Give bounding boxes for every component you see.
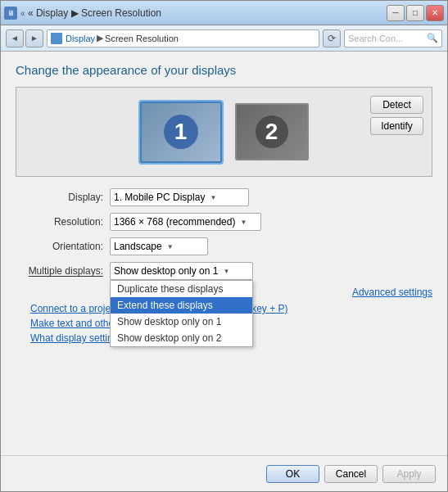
monitor-2-number: 2 bbox=[256, 115, 288, 148]
breadcrumb-display: Display bbox=[66, 34, 95, 43]
breadcrumb-title: « « Display ▶ Screen Resolution bbox=[20, 7, 161, 19]
address-bar: ◄ ► Display ▶ Screen Resolution ⟳ Search… bbox=[1, 25, 447, 52]
resolution-label: Resolution: bbox=[16, 216, 110, 228]
resolution-value: 1366 × 768 (recommended) bbox=[114, 216, 235, 228]
identify-button[interactable]: Identify bbox=[370, 117, 423, 135]
page-title: Change the appearance of your displays bbox=[16, 63, 432, 77]
display-select-arrow: ▼ bbox=[210, 194, 216, 201]
orientation-row: Orientation: Landscape ▼ bbox=[16, 237, 432, 255]
detect-button[interactable]: Detect bbox=[370, 96, 423, 114]
display-row: Display: 1. Mobile PC Display ▼ bbox=[16, 188, 432, 206]
search-icon: 🔍 bbox=[427, 33, 438, 43]
display-value: 1. Mobile PC Display bbox=[114, 192, 205, 203]
search-box[interactable]: Search Con... 🔍 bbox=[344, 29, 442, 47]
back-button[interactable]: ◄ bbox=[6, 29, 24, 47]
address-breadcrumb: Display ▶ Screen Resolution bbox=[47, 29, 319, 47]
orientation-select-arrow: ▼ bbox=[167, 243, 174, 251]
advanced-settings-link[interactable]: Advanced settings bbox=[352, 287, 432, 298]
search-placeholder: Search Con... bbox=[348, 34, 403, 43]
apply-button[interactable]: Apply bbox=[382, 465, 436, 483]
dropdown-option-only1[interactable]: Show desktop only on 1 bbox=[111, 314, 252, 330]
breadcrumb-icon bbox=[51, 33, 62, 44]
multiple-displays-dropdown-menu: Duplicate these displays Extend these di… bbox=[110, 280, 253, 347]
close-button[interactable]: ✕ bbox=[426, 5, 444, 21]
forward-button[interactable]: ► bbox=[25, 29, 43, 47]
title-bar-controls: ─ □ ✕ bbox=[387, 5, 444, 21]
dropdown-option-duplicate[interactable]: Duplicate these displays bbox=[111, 281, 252, 297]
display-icon: 🖥 bbox=[4, 7, 17, 20]
display-label: Display: bbox=[16, 192, 110, 203]
multiple-displays-label: Multiple displays: bbox=[16, 265, 110, 277]
dropdown-option-extend[interactable]: Extend these displays bbox=[111, 297, 252, 314]
resolution-select[interactable]: 1366 × 768 (recommended) ▼ bbox=[110, 213, 261, 231]
monitor-1-number: 1 bbox=[164, 115, 198, 149]
monitor-2[interactable]: 2 bbox=[235, 103, 309, 160]
display-preview: 1 2 Detect Identify bbox=[16, 87, 432, 177]
title-bar: 🖥 « « Display ▶ Screen Resolution ─ □ ✕ bbox=[1, 1, 447, 25]
multiple-displays-select-arrow: ▼ bbox=[223, 268, 229, 275]
resolution-row: Resolution: 1366 × 768 (recommended) ▼ bbox=[16, 213, 432, 231]
window: 🖥 « « Display ▶ Screen Resolution ─ □ ✕ … bbox=[0, 0, 448, 492]
multiple-displays-value: Show desktop only on 1 bbox=[114, 265, 218, 277]
breadcrumb-screen-resolution: Screen Resolution bbox=[105, 34, 179, 43]
orientation-value: Landscape bbox=[114, 241, 162, 252]
nav-buttons: ◄ ► bbox=[6, 29, 43, 47]
refresh-button[interactable]: ⟳ bbox=[323, 29, 341, 47]
dropdown-option-only2[interactable]: Show desktop only on 2 bbox=[111, 330, 252, 346]
multiple-displays-row: Multiple displays: Show desktop only on … bbox=[16, 262, 432, 280]
multiple-displays-select[interactable]: Show desktop only on 1 ▼ bbox=[110, 262, 253, 280]
detect-identify-buttons: Detect Identify bbox=[370, 96, 423, 135]
ok-button[interactable]: OK bbox=[266, 465, 319, 483]
multiple-displays-dropdown-container: Show desktop only on 1 ▼ Duplicate these… bbox=[110, 262, 253, 280]
monitor-1[interactable]: 1 bbox=[140, 102, 222, 163]
title-bar-left: 🖥 « « Display ▶ Screen Resolution bbox=[4, 7, 161, 20]
cancel-button[interactable]: Cancel bbox=[324, 465, 378, 483]
content-area: Change the appearance of your displays 1… bbox=[1, 52, 447, 455]
orientation-select[interactable]: Landscape ▼ bbox=[110, 237, 208, 255]
minimize-button[interactable]: ─ bbox=[387, 5, 405, 21]
bottom-bar: OK Cancel Apply bbox=[1, 455, 447, 491]
maximize-button[interactable]: □ bbox=[406, 5, 424, 21]
resolution-select-arrow: ▼ bbox=[240, 219, 247, 226]
display-select[interactable]: 1. Mobile PC Display ▼ bbox=[110, 188, 249, 206]
orientation-label: Orientation: bbox=[16, 241, 110, 252]
breadcrumb-separator: ▶ bbox=[97, 33, 103, 43]
